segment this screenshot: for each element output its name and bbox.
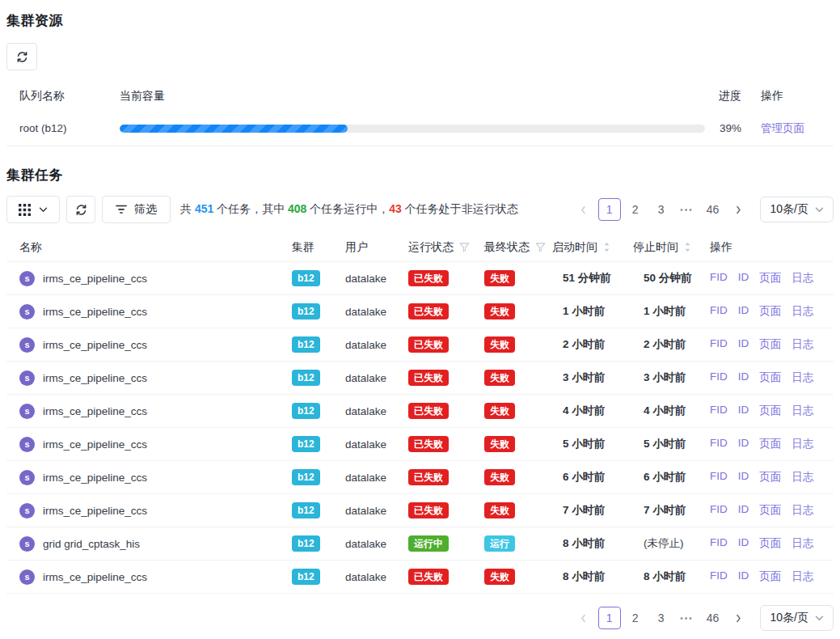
action-link-页面[interactable]: 页面 <box>759 569 781 584</box>
action-link-id[interactable]: ID <box>738 404 749 418</box>
stop-time: 7 小时前 <box>633 503 710 518</box>
filter-button-label: 筛选 <box>134 202 157 217</box>
pagination-page-3[interactable]: 3 <box>650 198 673 221</box>
action-link-fid[interactable]: FID <box>710 404 728 418</box>
action-link-页面[interactable]: 页面 <box>759 271 781 286</box>
pagination-next-button[interactable] <box>728 607 750 629</box>
action-link-页面[interactable]: 页面 <box>759 503 781 518</box>
action-links: FIDID页面日志 <box>710 536 834 551</box>
filter-lines-icon <box>116 205 127 214</box>
action-link-fid[interactable]: FID <box>710 304 728 319</box>
filter-funnel-icon[interactable] <box>535 243 546 252</box>
action-link-id[interactable]: ID <box>738 304 749 319</box>
action-link-页面[interactable]: 页面 <box>759 304 781 319</box>
cluster-badge: b12 <box>292 469 320 485</box>
table-row: s irms_ce_pipeline_ccs b12 datalake 已失败 … <box>6 295 834 328</box>
pagination-page-1[interactable]: 1 <box>598 198 621 221</box>
action-link-日志[interactable]: 日志 <box>791 404 813 418</box>
action-link-id[interactable]: ID <box>738 370 749 385</box>
stopped-tasks-count: 43 <box>389 202 402 215</box>
action-link-fid[interactable]: FID <box>710 536 728 551</box>
user-name: datalake <box>345 306 408 318</box>
column-header-4[interactable]: 最终状态 <box>484 240 552 255</box>
pagination-next-button[interactable] <box>728 198 750 221</box>
table-row: s irms_ce_pipeline_ccs b12 datalake 已失败 … <box>6 395 834 428</box>
filter-funnel-icon[interactable] <box>459 243 470 252</box>
run-status-badge: 已失败 <box>408 403 449 419</box>
action-links: FIDID页面日志 <box>710 437 834 451</box>
action-link-fid[interactable]: FID <box>710 569 728 584</box>
column-header-6[interactable]: 停止时间 <box>633 240 710 255</box>
final-status-badge: 失败 <box>484 502 515 518</box>
tasks-refresh-button[interactable] <box>66 196 95 223</box>
column-header-5[interactable]: 启动时间 <box>552 240 633 255</box>
manage-page-link[interactable]: 管理页面 <box>761 122 804 134</box>
action-link-id[interactable]: ID <box>738 503 749 518</box>
action-link-日志[interactable]: 日志 <box>791 304 813 319</box>
start-time: 5 小时前 <box>552 437 633 451</box>
column-header-3[interactable]: 运行状态 <box>408 240 484 255</box>
page-size-label: 10条/页 <box>770 202 808 217</box>
action-link-日志[interactable]: 日志 <box>791 569 813 584</box>
cluster-badge: b12 <box>292 270 320 286</box>
pagination-page-46[interactable]: 46 <box>702 198 724 221</box>
action-link-日志[interactable]: 日志 <box>791 370 813 385</box>
action-link-fid[interactable]: FID <box>710 271 728 286</box>
action-link-日志[interactable]: 日志 <box>791 437 813 451</box>
pagination-page-2[interactable]: 2 <box>624 607 647 629</box>
column-settings-button[interactable] <box>6 196 60 223</box>
pagination-page-3[interactable]: 3 <box>650 607 673 629</box>
action-link-日志[interactable]: 日志 <box>791 536 813 551</box>
action-link-fid[interactable]: FID <box>710 337 728 352</box>
final-status-badge: 运行 <box>484 535 515 552</box>
pagination-page-2[interactable]: 2 <box>624 198 647 221</box>
start-time: 6 小时前 <box>552 470 633 485</box>
action-link-页面[interactable]: 页面 <box>759 437 781 451</box>
action-link-日志[interactable]: 日志 <box>791 337 813 352</box>
action-link-id[interactable]: ID <box>738 569 749 584</box>
chevron-left-icon <box>580 205 587 214</box>
avatar: s <box>19 271 35 286</box>
action-link-id[interactable]: ID <box>738 337 749 352</box>
pagination-page-46[interactable]: 46 <box>702 607 724 629</box>
final-status-badge: 失败 <box>484 303 515 320</box>
column-label: 操作 <box>710 240 732 255</box>
action-link-id[interactable]: ID <box>738 437 749 451</box>
start-time: 1 小时前 <box>552 304 633 319</box>
action-link-fid[interactable]: FID <box>710 470 728 485</box>
page-size-select[interactable]: 10条/页 <box>760 605 834 631</box>
run-status-badge: 已失败 <box>408 502 449 518</box>
action-link-id[interactable]: ID <box>738 271 749 286</box>
user-name: datalake <box>345 538 408 550</box>
action-link-日志[interactable]: 日志 <box>791 503 813 518</box>
action-link-id[interactable]: ID <box>738 536 749 551</box>
sorter-icon[interactable] <box>603 242 610 252</box>
cluster-badge: b12 <box>292 403 320 419</box>
pagination-prev-button[interactable] <box>572 607 595 629</box>
table-row: s irms_ce_pipeline_ccs b12 datalake 已失败 … <box>6 428 834 461</box>
action-link-id[interactable]: ID <box>738 470 749 485</box>
action-link-页面[interactable]: 页面 <box>759 536 781 551</box>
pagination-prev-button[interactable] <box>572 198 595 221</box>
action-link-fid[interactable]: FID <box>710 503 728 518</box>
pagination-page-1[interactable]: 1 <box>598 607 621 629</box>
sorter-icon[interactable] <box>684 242 691 252</box>
filter-button[interactable]: 筛选 <box>102 196 171 223</box>
action-link-页面[interactable]: 页面 <box>759 370 781 385</box>
column-header-action: 操作 <box>758 89 834 104</box>
avatar: s <box>19 503 35 518</box>
action-link-fid[interactable]: FID <box>710 437 728 451</box>
action-link-fid[interactable]: FID <box>710 370 728 385</box>
column-header-progress: 进度 <box>705 89 758 104</box>
action-link-日志[interactable]: 日志 <box>791 271 813 286</box>
task-name: irms_ce_pipeline_ccs <box>43 438 147 451</box>
cluster-resources-title: 集群资源 <box>6 11 834 30</box>
action-link-页面[interactable]: 页面 <box>759 337 781 352</box>
action-link-日志[interactable]: 日志 <box>791 470 813 485</box>
action-link-页面[interactable]: 页面 <box>759 470 781 485</box>
cluster-tasks-title: 集群任务 <box>6 166 834 184</box>
action-link-页面[interactable]: 页面 <box>759 404 781 418</box>
page-size-select[interactable]: 10条/页 <box>760 197 834 222</box>
resources-refresh-button[interactable] <box>6 43 37 70</box>
task-name: irms_ce_pipeline_ccs <box>43 472 147 484</box>
